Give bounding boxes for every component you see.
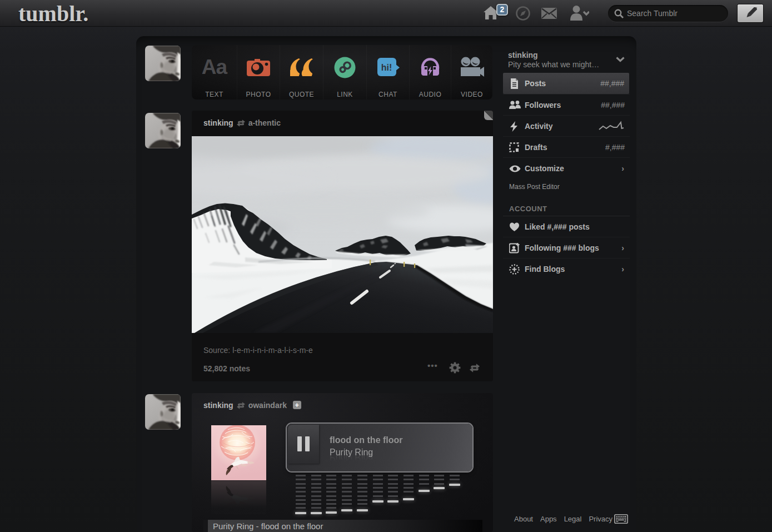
- svg-text:hi!: hi!: [381, 63, 392, 72]
